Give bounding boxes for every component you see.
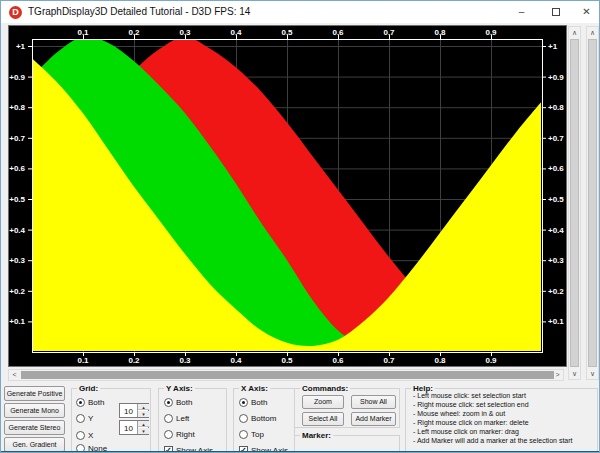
commands-group: Commands: Zoom Show All Select All Add M… <box>294 388 400 428</box>
svg-text:0.1: 0.1 <box>77 28 89 37</box>
svg-text:+0.3: +0.3 <box>548 256 564 265</box>
y-axis-group-label: Y Axis: <box>164 384 195 393</box>
svg-text:+0.3: +0.3 <box>9 256 25 265</box>
radio-label: Y <box>88 414 93 423</box>
add-marker-button[interactable]: Add Marker <box>351 412 396 426</box>
minimize-button[interactable]: – <box>507 1 536 23</box>
radio-icon <box>76 414 85 423</box>
svg-text:0.7: 0.7 <box>383 356 395 365</box>
graph-display[interactable]: 0.10.10.20.20.30.30.40.40.50.50.60.60.70… <box>8 25 567 367</box>
svg-text:0.9: 0.9 <box>485 28 497 37</box>
generate-mono-button[interactable]: Generate Mono <box>4 403 65 418</box>
svg-text:+0.7: +0.7 <box>548 134 564 143</box>
svg-text:+0.8: +0.8 <box>548 103 564 112</box>
grid-x-spinner[interactable]: 10 ▴▾ <box>119 420 149 435</box>
zoom-button[interactable]: Zoom <box>302 395 344 409</box>
grid-y-spinner[interactable]: 10 ▴▾ <box>119 403 149 418</box>
grid-radio-x[interactable]: X <box>76 426 93 437</box>
x-axis-radio-top[interactable]: Top <box>239 425 264 436</box>
radio-label: Left <box>176 414 189 423</box>
y-axis-radio-both[interactable]: Both <box>164 393 192 404</box>
spinner-up-icon[interactable]: ▴ <box>138 421 149 427</box>
scroll-right-icon[interactable]: > <box>552 370 563 380</box>
grid-radio-both[interactable]: Both <box>76 393 104 404</box>
grid-group: Grid: Both Y 10 ▴▾ X 10 ▴▾ None <box>71 388 151 452</box>
svg-text:+0.7: +0.7 <box>9 134 25 143</box>
marker-group: Marker: <box>294 435 400 452</box>
radio-icon <box>239 430 248 439</box>
show-all-button[interactable]: Show All <box>351 395 396 409</box>
svg-text:0.4: 0.4 <box>230 356 242 365</box>
scroll-left-icon[interactable]: < <box>9 370 20 380</box>
help-line: - Add Marker will add a marker at the se… <box>413 437 573 444</box>
spinner-down-icon[interactable]: ▾ <box>138 428 149 434</box>
svg-text:0.6: 0.6 <box>332 356 344 365</box>
grid-group-label: Grid: <box>77 384 100 393</box>
svg-text:+0.6: +0.6 <box>548 164 564 173</box>
vertical-scrollbar-1-thumb[interactable] <box>570 39 579 367</box>
maximize-button[interactable] <box>541 1 570 23</box>
marker-group-label: Marker: <box>300 431 333 440</box>
chart[interactable]: 0.10.10.20.20.30.30.40.40.50.50.60.60.70… <box>9 26 566 366</box>
spinner-up-icon[interactable]: ▴ <box>138 404 149 410</box>
select-all-button[interactable]: Select All <box>302 412 344 426</box>
grid-radio-none[interactable]: None <box>76 439 107 450</box>
svg-text:0.3: 0.3 <box>179 28 191 37</box>
help-line: - Left mouse click on marker: drag <box>413 428 519 435</box>
svg-text:+0.4: +0.4 <box>9 226 25 235</box>
title-bar[interactable]: D TGraphDisplay3D Detailed Tutorial - D3… <box>1 1 599 23</box>
vertical-scrollbar-1[interactable]: ∧ ∨ <box>568 26 581 380</box>
help-line: - Right mouse click on marker: delete <box>413 419 529 426</box>
window-title: TGraphDisplay3D Detailed Tutorial - D3D … <box>28 6 250 17</box>
spinner-down-icon[interactable]: ▾ <box>138 411 149 417</box>
svg-text:0.1: 0.1 <box>77 356 89 365</box>
y-axis-radio-left[interactable]: Left <box>164 409 189 420</box>
scroll-down-icon[interactable]: ∨ <box>569 368 580 379</box>
vertical-scrollbar-2-thumb[interactable] <box>588 39 597 367</box>
help-line: - Mouse wheel: zoom in & out <box>413 410 505 417</box>
x-axis-radio-both[interactable]: Both <box>239 393 267 404</box>
svg-text:+1: +1 <box>16 42 26 51</box>
scroll-up-icon[interactable]: ∧ <box>587 27 598 38</box>
help-line: - Right mouse click: set selection end <box>413 401 529 408</box>
horizontal-scrollbar-thumb[interactable] <box>21 371 554 379</box>
radio-icon <box>164 398 173 407</box>
svg-text:+0.4: +0.4 <box>548 226 564 235</box>
scroll-up-icon[interactable]: ∧ <box>569 27 580 38</box>
x-axis-group: X Axis: Both Bottom Top Show Axis <box>233 388 295 452</box>
vertical-scrollbar-2[interactable]: ∧ ∨ <box>586 26 599 380</box>
svg-text:0.9: 0.9 <box>485 356 497 365</box>
scroll-down-icon[interactable]: ∨ <box>587 368 598 379</box>
commands-group-label: Commands: <box>300 384 350 393</box>
radio-label: Both <box>251 398 267 407</box>
generate-stereo-button[interactable]: Generate Stereo <box>4 420 65 435</box>
svg-text:0.2: 0.2 <box>128 356 140 365</box>
y-axis-radio-right[interactable]: Right <box>164 425 195 436</box>
radio-icon <box>164 430 173 439</box>
help-line: - Left mouse click: set selection start <box>413 392 526 399</box>
app-window: D TGraphDisplay3D Detailed Tutorial - D3… <box>0 0 600 453</box>
svg-text:0.7: 0.7 <box>383 28 395 37</box>
x-axis-group-label: X Axis: <box>239 384 270 393</box>
svg-text:+0.9: +0.9 <box>9 73 25 82</box>
svg-text:0.4: 0.4 <box>230 28 242 37</box>
spinner-value: 10 <box>124 407 133 416</box>
svg-text:+0.8: +0.8 <box>9 103 25 112</box>
help-group: Help: - Left mouse click: set selection … <box>405 388 598 452</box>
y-axis-group: Y Axis: Both Left Right Show Axis <box>158 388 227 452</box>
x-axis-radio-bottom[interactable]: Bottom <box>239 409 276 420</box>
app-icon: D <box>9 6 22 19</box>
svg-text:0.3: 0.3 <box>179 356 191 365</box>
generate-positive-button[interactable]: Generate Positive <box>4 386 65 401</box>
svg-text:+0.2: +0.2 <box>548 287 564 296</box>
horizontal-scrollbar[interactable]: < > <box>8 369 564 381</box>
radio-label: Bottom <box>251 414 276 423</box>
maximize-icon <box>552 8 560 16</box>
radio-icon <box>76 398 85 407</box>
close-button[interactable]: ✕ <box>572 1 600 23</box>
svg-text:+1: +1 <box>548 42 558 51</box>
grid-radio-y[interactable]: Y <box>76 409 93 420</box>
gen-gradient-button[interactable]: Gen. Gradient <box>4 437 65 452</box>
svg-text:0.8: 0.8 <box>434 28 446 37</box>
radio-label: Both <box>88 398 104 407</box>
